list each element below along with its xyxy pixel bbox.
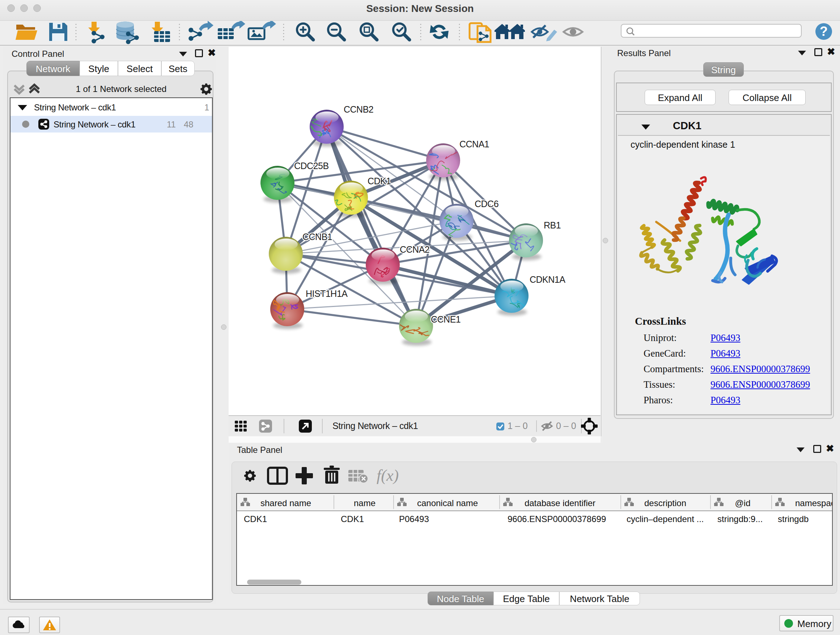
svg-text:CDK1: CDK1 [341, 514, 364, 524]
svg-text:9606.ENSP00000378699: 9606.ENSP00000378699 [508, 514, 606, 524]
svg-text:database identifier: database identifier [524, 498, 595, 508]
svg-text:CDC6: CDC6 [475, 199, 499, 209]
svg-text:0 – 0: 0 – 0 [556, 421, 576, 431]
svg-text:String Network – cdk1: String Network – cdk1 [332, 421, 418, 431]
svg-text:f(x): f(x) [377, 467, 399, 485]
svg-text:CDK1: CDK1 [368, 176, 391, 186]
svg-text:name: name [354, 498, 376, 508]
svg-text:shared name: shared name [261, 498, 311, 508]
svg-text:HIST1H1A: HIST1H1A [306, 288, 347, 299]
svg-text:CCNA1: CCNA1 [459, 139, 489, 149]
svg-text:RB1: RB1 [544, 220, 561, 230]
svg-text:CCNB1: CCNB1 [302, 232, 332, 242]
svg-text:1 – 0: 1 – 0 [508, 421, 528, 431]
svg-text:CCNE1: CCNE1 [431, 314, 461, 325]
svg-text:namespace: namespace [795, 498, 832, 508]
svg-text:CCNA2: CCNA2 [400, 244, 429, 255]
svg-text:stringdb:9...: stringdb:9... [717, 514, 763, 524]
svg-text:@id: @id [735, 498, 750, 508]
svg-text:description: description [644, 498, 686, 508]
svg-text:CDK1: CDK1 [244, 514, 267, 524]
svg-text:cyclin–dependent ...: cyclin–dependent ... [627, 514, 704, 524]
svg-text:CDKN1A: CDKN1A [530, 274, 565, 285]
svg-text:CDC25B: CDC25B [294, 161, 329, 171]
svg-text:stringdb: stringdb [778, 514, 808, 524]
svg-text:P06493: P06493 [399, 514, 429, 524]
svg-text:canonical name: canonical name [417, 498, 478, 508]
svg-text:CCNB2: CCNB2 [344, 104, 373, 114]
svg-text:?: ? [820, 24, 828, 39]
